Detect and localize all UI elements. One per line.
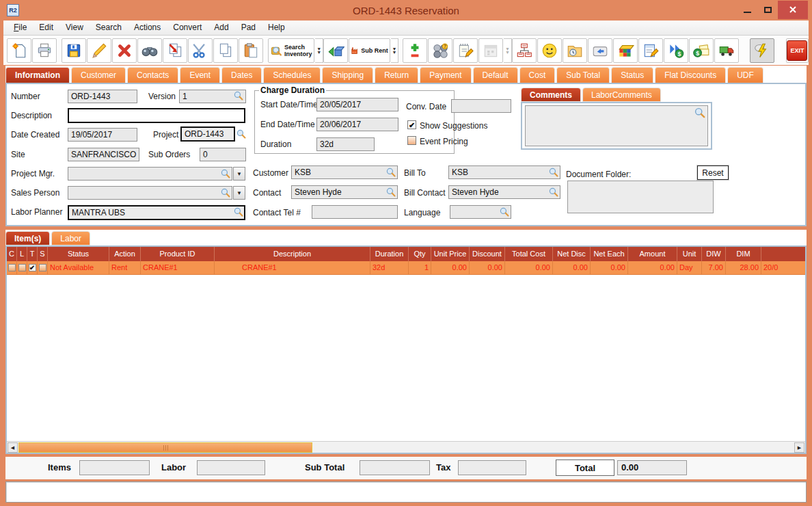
conv-date-field[interactable] xyxy=(451,99,511,113)
menu-edit[interactable]: Edit xyxy=(33,21,59,35)
reset-button[interactable]: Reset xyxy=(697,165,729,180)
document-folder-box[interactable] xyxy=(567,181,714,213)
row-checkbox-c[interactable] xyxy=(8,264,16,271)
delete-button[interactable] xyxy=(112,38,137,63)
language-search-icon[interactable] xyxy=(500,207,509,217)
horizontal-scrollbar[interactable]: ◀ ▶ xyxy=(7,441,805,453)
labor-planner-search-icon[interactable] xyxy=(234,207,243,217)
scroll-left-arrow[interactable]: ◀ xyxy=(8,442,18,453)
add-remove-button[interactable] xyxy=(403,38,427,63)
col-dim[interactable]: DIM xyxy=(726,247,761,261)
notes-button[interactable] xyxy=(453,38,478,63)
search-inventory-button[interactable]: Search Inventory xyxy=(268,38,314,63)
tab-customer[interactable]: Customer xyxy=(71,67,126,83)
tab-udf[interactable]: UDF xyxy=(727,67,763,83)
menu-add[interactable]: Add xyxy=(208,21,234,35)
col-description[interactable]: Description xyxy=(215,247,370,261)
contact-search-icon[interactable] xyxy=(386,187,396,197)
edit-form-button[interactable] xyxy=(638,38,663,63)
convert-button[interactable] xyxy=(323,38,348,63)
table-row[interactable]: ✔ Not Available Rent CRANE#1 CRANE#1 32d… xyxy=(7,261,805,275)
contact-field[interactable]: Steven Hyde xyxy=(291,185,398,199)
row-checkbox-t[interactable]: ✔ xyxy=(29,264,36,271)
menu-search[interactable]: Search xyxy=(90,21,128,35)
copy-order-button[interactable] xyxy=(163,38,187,63)
tab-sub-total[interactable]: Sub Total xyxy=(556,67,610,83)
labor-planner-field[interactable]: MANTRA UBS xyxy=(68,205,245,220)
col-duration[interactable]: Duration xyxy=(370,247,409,261)
bill-to-field[interactable]: KSB xyxy=(448,165,560,179)
bill-to-search-icon[interactable] xyxy=(549,168,558,177)
copy-button[interactable] xyxy=(213,38,238,63)
labor-total-field[interactable] xyxy=(197,460,265,475)
title-bar[interactable]: R2 ORD-1443 Reservation xyxy=(0,0,812,21)
end-date-field[interactable]: 20/06/2017 xyxy=(316,118,398,131)
calendar-dropdown[interactable]: ▼▼ xyxy=(504,38,511,63)
menu-pad[interactable]: Pad xyxy=(235,21,262,35)
sub-rent-dropdown[interactable]: ▼▼ xyxy=(391,38,398,63)
col-net-disc[interactable]: Net Disc xyxy=(553,247,591,261)
find-button[interactable] xyxy=(137,38,162,63)
event-pricing-checkbox[interactable] xyxy=(407,136,416,145)
tab-comments[interactable]: Comments xyxy=(521,88,581,102)
scroll-right-arrow[interactable]: ▶ xyxy=(794,442,804,453)
comments-search-icon[interactable] xyxy=(694,107,704,117)
tab-flat-discounts[interactable]: Flat Discounts xyxy=(655,67,726,83)
tab-default[interactable]: Default xyxy=(473,67,518,83)
col-net-each[interactable]: Net Each xyxy=(591,247,628,261)
sales-person-dropdown[interactable]: ▼ xyxy=(233,186,245,200)
order-structure-button[interactable] xyxy=(512,38,537,63)
sub-orders-field[interactable]: 0 xyxy=(200,148,246,161)
tab-status[interactable]: Status xyxy=(611,67,653,83)
col-action[interactable]: Action xyxy=(109,247,141,261)
bill-contact-field[interactable]: Steven Hyde xyxy=(448,185,560,199)
print-button[interactable] xyxy=(32,38,57,63)
row-checkbox-s[interactable] xyxy=(39,264,46,271)
items-total-field[interactable] xyxy=(79,460,150,475)
customer-search-icon[interactable] xyxy=(386,168,396,177)
tab-contacts[interactable]: Contacts xyxy=(127,67,178,83)
tab-event[interactable]: Event xyxy=(180,67,220,83)
cut-button[interactable] xyxy=(188,38,213,63)
project-mgr-field[interactable] xyxy=(68,167,232,181)
quick-actions-button[interactable] xyxy=(750,38,774,63)
language-field[interactable] xyxy=(450,205,511,219)
logistics-button[interactable] xyxy=(714,38,739,63)
new-document-button[interactable] xyxy=(7,38,31,63)
tab-cost[interactable]: Cost xyxy=(519,67,556,83)
row-checkbox-l[interactable] xyxy=(18,264,26,271)
tab-shipping[interactable]: Shipping xyxy=(322,67,373,83)
tab-labor[interactable]: Labor xyxy=(51,231,90,245)
tax-field[interactable] xyxy=(458,460,526,475)
customer-field[interactable]: KSB xyxy=(291,165,398,179)
tab-labor-comments[interactable]: LaborComments xyxy=(582,88,661,102)
col-t[interactable]: T xyxy=(27,247,38,261)
menu-actions[interactable]: Actions xyxy=(128,21,167,35)
col-total-cost[interactable]: Total Cost xyxy=(505,247,553,261)
tab-dates[interactable]: Dates xyxy=(221,67,262,83)
sales-person-field[interactable] xyxy=(68,186,232,200)
project-mgr-search-icon[interactable] xyxy=(221,169,230,178)
tab-information[interactable]: Information xyxy=(5,67,70,83)
col-unit[interactable]: Unit xyxy=(677,247,702,261)
close-button[interactable] xyxy=(778,1,808,19)
duration-field[interactable]: 32d xyxy=(316,137,375,151)
availability-button[interactable]: ? xyxy=(428,38,452,63)
billing-button[interactable]: $ xyxy=(689,38,714,63)
quick-payment-button[interactable]: $ xyxy=(664,38,688,63)
search-inventory-dropdown[interactable]: ▼▼ xyxy=(315,38,323,63)
menu-convert[interactable]: Convert xyxy=(167,21,208,35)
minimize-button[interactable] xyxy=(737,1,757,18)
tab-items[interactable]: Item(s) xyxy=(5,231,50,245)
calendar-button[interactable] xyxy=(478,38,503,63)
project-mgr-dropdown[interactable]: ▼ xyxy=(233,167,245,181)
number-field[interactable]: ORD-1443 xyxy=(68,90,137,103)
col-l[interactable]: L xyxy=(17,247,27,261)
col-c[interactable]: C xyxy=(7,247,17,261)
paste-button[interactable] xyxy=(239,38,263,63)
sales-person-search-icon[interactable] xyxy=(221,188,230,198)
history-folder-button[interactable] xyxy=(563,38,587,63)
save-button[interactable] xyxy=(62,38,86,63)
scrollbar-thumb[interactable] xyxy=(18,442,312,453)
version-search-icon[interactable] xyxy=(234,91,243,101)
